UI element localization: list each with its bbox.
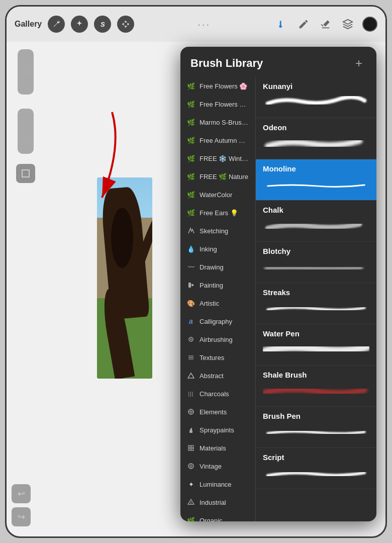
category-item-artistic[interactable]: 🎨 Artistic — [180, 294, 255, 312]
brush-stroke-kunanyi — [263, 93, 369, 113]
brush-item-brushpen[interactable]: Brush Pen — [256, 407, 376, 448]
size-slider[interactable] — [18, 109, 34, 154]
gallery-button[interactable]: Gallery — [15, 20, 42, 29]
category-label-calligraphy: Calligraphy — [200, 318, 249, 325]
more-icon[interactable]: ··· — [198, 19, 211, 30]
category-item-watercolor[interactable]: 🌿 WaterColor — [180, 186, 255, 204]
category-item-inking[interactable]: 💧 Inking — [180, 240, 255, 258]
category-item-charcoals[interactable]: ||| Charcoals — [180, 385, 255, 403]
pencil-tool-icon[interactable] — [296, 17, 311, 32]
brush-item-streaks[interactable]: Streaks — [256, 283, 376, 324]
opacity-handle — [19, 64, 33, 74]
category-label-elements: Elements — [200, 408, 249, 416]
brush-name-shale: Shale Brush — [263, 371, 369, 379]
svg-rect-0 — [22, 170, 29, 177]
redo-button[interactable]: ↪ — [12, 507, 31, 526]
category-item-abstract[interactable]: Abstract — [180, 367, 255, 385]
wrench-icon[interactable] — [48, 16, 65, 33]
brush-item-script[interactable]: Script — [256, 448, 376, 489]
category-item-textures[interactable]: Textures — [180, 348, 255, 367]
brush-item-shale[interactable]: Shale Brush — [256, 366, 376, 407]
brush-stroke-brushpen — [263, 422, 369, 442]
top-bar-left: Gallery S — [15, 16, 134, 33]
category-item-spraypaints[interactable]: Spraypaints — [180, 421, 255, 439]
category-item-calligraphy[interactable]: a Calligraphy — [180, 312, 255, 330]
category-icon-marmo: 🌿 — [186, 118, 195, 127]
svg-rect-18 — [188, 448, 190, 450]
category-item-free-flowers[interactable]: 🌿 Free Flowers 🌸 — [180, 77, 255, 95]
category-item-materials[interactable]: Materials — [180, 439, 255, 457]
eraser-tool-icon[interactable] — [318, 17, 333, 32]
color-picker[interactable] — [362, 17, 377, 32]
category-item-organic[interactable]: 🌿 Organic — [180, 511, 255, 521]
category-label-inking: Inking — [200, 245, 249, 253]
category-icon-free-flowers: 🌿 — [186, 81, 195, 90]
category-item-luminance[interactable]: ✦ Luminance — [180, 475, 255, 493]
brush-item-monoline[interactable]: Monoline — [256, 159, 376, 201]
category-item-sketching[interactable]: Sketching — [180, 222, 255, 240]
brush-item-chalk[interactable]: Chalk — [256, 201, 376, 242]
brush-name-brushpen: Brush Pen — [263, 412, 369, 420]
brush-name-odeon: Odeon — [263, 123, 369, 132]
category-icon-elements — [186, 407, 195, 416]
category-icon-organic: 🌿 — [186, 516, 195, 521]
brush-stroke-streaks — [263, 299, 369, 319]
category-label-sketching: Sketching — [200, 227, 249, 235]
category-item-drawing[interactable]: 〰 Drawing — [180, 258, 255, 276]
category-item-free-nature[interactable]: 🌿 FREE 🌿 Nature — [180, 167, 255, 186]
category-icon-free-ears: 🌿 — [186, 208, 195, 217]
category-item-industrial[interactable]: Industrial — [180, 493, 255, 511]
category-label-abstract: Abstract — [200, 372, 249, 380]
brush-item-kunanyi[interactable]: Kunanyi — [256, 77, 376, 118]
category-icon-sketching — [186, 226, 195, 235]
svg-rect-3 — [191, 284, 193, 286]
category-label-free-flowers: Free Flowers 🌸 — [200, 82, 249, 90]
sidebar — [12, 49, 39, 496]
category-item-free-autumn[interactable]: 🌿 Free Autumn Brushes... — [180, 131, 255, 149]
category-label-marmo: Marmo S-Brush Pack — [200, 119, 249, 126]
category-icon-vintage — [186, 462, 195, 471]
brush-stroke-blotchy — [263, 257, 369, 278]
category-item-free-winter[interactable]: 🌿 FREE ❄️ Winter N... — [180, 149, 255, 167]
svg-point-21 — [190, 465, 192, 467]
category-icon-calligraphy: a — [186, 317, 195, 326]
svg-rect-17 — [191, 445, 193, 447]
brush-stroke-chalk — [263, 216, 369, 236]
category-item-free-flowers-v2[interactable]: 🌿 Free Flowers 🌸 V.2 — [180, 95, 255, 113]
category-icon-free-winter: 🌿 — [186, 154, 195, 163]
category-label-free-flowers-v2: Free Flowers 🌸 V.2 — [200, 101, 249, 108]
move-icon[interactable] — [117, 16, 134, 33]
brush-stroke-waterpen — [263, 340, 369, 360]
brush-name-monoline: Monoline — [263, 164, 369, 173]
magic-icon[interactable] — [71, 16, 88, 33]
device-frame: Gallery S · — [5, 5, 387, 538]
brush-name-waterpen: Water Pen — [263, 329, 369, 338]
category-icon-painting — [186, 281, 195, 290]
category-icon-abstract — [186, 371, 195, 380]
layers-tool-icon[interactable] — [340, 17, 355, 32]
brush-stroke-script — [263, 464, 369, 484]
smudge-icon[interactable]: S — [94, 16, 111, 33]
brush-tool-icon[interactable] — [274, 17, 289, 32]
category-item-airbrushing[interactable]: Airbrushing — [180, 330, 255, 348]
brush-library-header: Brush Library + — [180, 47, 376, 77]
add-brush-button[interactable]: + — [351, 56, 366, 71]
category-label-free-winter: FREE ❄️ Winter N... — [200, 155, 249, 162]
category-item-painting[interactable]: Painting — [180, 276, 255, 294]
category-item-vintage[interactable]: Vintage — [180, 457, 255, 475]
category-label-materials: Materials — [200, 444, 249, 452]
brush-item-blotchy[interactable]: Blotchy — [256, 242, 376, 283]
brush-library-panel: Brush Library + 🌿 Free Flowers 🌸 🌿 Free … — [180, 47, 376, 521]
category-icon-artistic: 🎨 — [186, 299, 195, 308]
brush-item-odeon[interactable]: Odeon — [256, 118, 376, 159]
opacity-slider[interactable] — [18, 49, 34, 95]
category-item-free-ears[interactable]: 🌿 Free Ears 💡 — [180, 204, 255, 222]
brush-library-content: 🌿 Free Flowers 🌸 🌿 Free Flowers 🌸 V.2 🌿 … — [180, 77, 376, 521]
category-item-elements[interactable]: Elements — [180, 403, 255, 421]
category-item-marmo[interactable]: 🌿 Marmo S-Brush Pack — [180, 113, 255, 131]
brush-item-waterpen[interactable]: Water Pen — [256, 324, 376, 366]
category-label-watercolor: WaterColor — [200, 191, 249, 199]
category-list: 🌿 Free Flowers 🌸 🌿 Free Flowers 🌸 V.2 🌿 … — [180, 77, 256, 521]
square-btn[interactable] — [16, 164, 35, 183]
category-icon-free-flowers-v2: 🌿 — [186, 100, 195, 109]
